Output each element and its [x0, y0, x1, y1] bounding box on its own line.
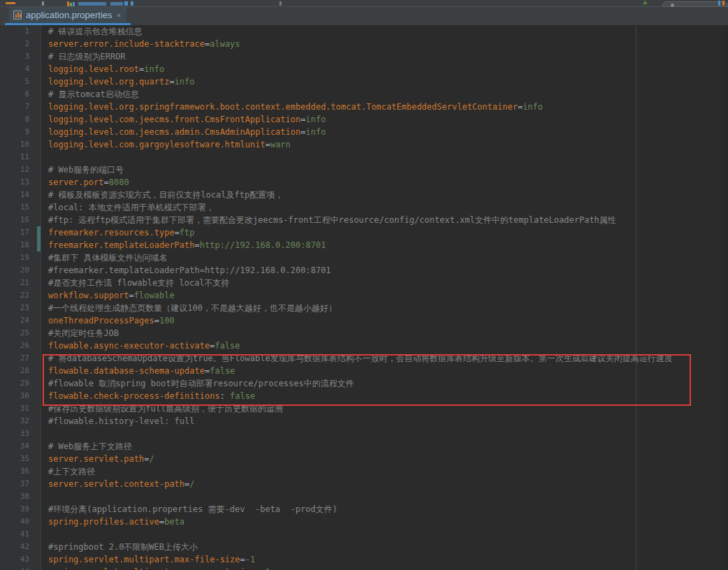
line-number[interactable]: 19: [0, 251, 41, 264]
line-number[interactable]: 26: [0, 339, 41, 352]
code-line[interactable]: 29#flowable 取消spring boot时自动部署resource/p…: [0, 377, 728, 390]
line-number[interactable]: 18: [0, 239, 41, 251]
line-number[interactable]: 31: [0, 402, 41, 415]
line-number[interactable]: 38: [0, 490, 41, 503]
code-line[interactable]: 7logging.level.org.springframework.boot.…: [0, 101, 728, 113]
code-line[interactable]: 16#ftp: 远程ftp模式适用于集群下部署，需要配合更改jeecms-fro…: [0, 214, 728, 226]
code-line[interactable]: 13server.port=8080: [0, 176, 728, 189]
code-line[interactable]: 9logging.level.com.jeecms.admin.CmsAdmin…: [0, 126, 728, 138]
line-number[interactable]: 20: [0, 264, 41, 277]
line-number[interactable]: 33: [0, 428, 41, 440]
line-number[interactable]: 9: [0, 126, 41, 138]
code-text: #ftp: 远程ftp模式适用于集群下部署，需要配合更改jeecms-front…: [41, 214, 616, 226]
line-number[interactable]: 28: [0, 365, 41, 377]
line-number[interactable]: 10: [0, 138, 41, 151]
code-line[interactable]: 34# Web服务上下文路径: [0, 440, 728, 453]
line-number[interactable]: 16: [0, 214, 41, 226]
line-number[interactable]: 7: [0, 101, 41, 113]
code-line[interactable]: 20#freemarker.templateLoaderPath=http://…: [0, 264, 728, 277]
line-number[interactable]: 24: [0, 314, 41, 327]
code-text: server.servlet.path=/: [41, 453, 154, 465]
line-number[interactable]: 15: [0, 201, 41, 214]
line-number[interactable]: 3: [0, 50, 41, 63]
code-line[interactable]: 10logging.level.com.gargoylesoftware.htm…: [0, 138, 728, 151]
code-line[interactable]: 43spring.servlet.multipart.max-file-size…: [0, 553, 728, 566]
code-text: logging.level.root=info: [41, 63, 164, 75]
code-line[interactable]: 23#一个线程处理生成静态页数量（建议100，不是越大越好，也不是越小越好）: [0, 302, 728, 314]
code-line[interactable]: 22workflow.support=flowable: [0, 289, 728, 302]
code-line[interactable]: 38: [0, 490, 728, 503]
line-number[interactable]: 23: [0, 302, 41, 314]
code-line[interactable]: 37server.servlet.context-path=/: [0, 478, 728, 490]
code-line[interactable]: 28flowable.database-schema-update=false: [0, 365, 728, 377]
code-line[interactable]: 2server.error.include-stacktrace=always: [0, 38, 728, 50]
line-number[interactable]: 37: [0, 478, 41, 490]
code-line[interactable]: 30flowable.check-process-definitions: fa…: [0, 390, 728, 402]
code-line[interactable]: 36#上下文路径: [0, 465, 728, 478]
line-number[interactable]: 8: [0, 113, 41, 126]
line-number[interactable]: 2: [0, 38, 41, 50]
code-line[interactable]: 27# 将databaseSchemaUpdate设置为true。当Flowab…: [0, 352, 728, 365]
line-number[interactable]: 36: [0, 465, 41, 478]
code-line[interactable]: 26flowable.async-executor-activate=false: [0, 339, 728, 352]
line-number[interactable]: 6: [0, 88, 41, 101]
line-number[interactable]: 14: [0, 189, 41, 201]
tab-application-properties[interactable]: application.properties ✕: [9, 7, 126, 23]
line-number[interactable]: 43: [0, 553, 41, 566]
code-line[interactable]: 39#环境分离(application.properties 需要-dev -b…: [0, 503, 728, 516]
code-line[interactable]: 25#关闭定时任务JOB: [0, 327, 728, 339]
code-line[interactable]: 24oneThreadProcessPages=100: [0, 314, 728, 327]
line-number[interactable]: 41: [0, 528, 41, 541]
line-number[interactable]: 27: [0, 352, 41, 365]
code-line[interactable]: 12# Web服务的端口号: [0, 163, 728, 176]
line-number[interactable]: 5: [0, 75, 41, 88]
code-line[interactable]: 3# 日志级别为ERROR: [0, 50, 728, 63]
line-number[interactable]: 42: [0, 541, 41, 553]
code-line[interactable]: 8logging.level.com.jeecms.front.CmsFront…: [0, 113, 728, 126]
line-number[interactable]: 11: [0, 151, 41, 163]
line-number[interactable]: 29: [0, 377, 41, 390]
code-line[interactable]: 42#springboot 2.0不限制WEB上传大小: [0, 541, 728, 553]
code-line[interactable]: 17freemarker.resources.type=ftp: [0, 226, 728, 239]
line-number[interactable]: 22: [0, 289, 41, 302]
line-number[interactable]: 44: [0, 566, 41, 570]
project-icon-fragment: [67, 1, 69, 6]
code-line[interactable]: 32#flowable.history-level: full: [0, 415, 728, 428]
line-number[interactable]: 21: [0, 277, 41, 289]
code-line[interactable]: 5logging.level.org.quartz=info: [0, 75, 728, 88]
line-number[interactable]: 32: [0, 415, 41, 428]
code-line[interactable]: 44spring.servlet.multipart.max-request-s…: [0, 566, 728, 570]
code-line[interactable]: 18freemarker.templateLoaderPath=http://1…: [0, 239, 728, 251]
line-number[interactable]: 34: [0, 440, 41, 453]
line-number[interactable]: 17: [0, 226, 41, 239]
code-line[interactable]: 14# 模板及模板资源实现方式，目前仅支持local及ftp配置项，: [0, 189, 728, 201]
line-number[interactable]: 40: [0, 516, 41, 528]
code-line[interactable]: 19#集群下 具体模板文件访问域名: [0, 251, 728, 264]
line-number[interactable]: 30: [0, 390, 41, 402]
code-text: server.port=8080: [41, 176, 129, 189]
add-icon[interactable]: +: [643, 0, 648, 8]
line-number[interactable]: 12: [0, 163, 41, 176]
line-number[interactable]: 35: [0, 453, 41, 465]
close-icon[interactable]: ✕: [117, 11, 122, 19]
line-number[interactable]: 39: [0, 503, 41, 516]
code-line[interactable]: 6# 显示tomcat启动信息: [0, 88, 728, 101]
code-text: #springboot 2.0不限制WEB上传大小: [41, 541, 198, 553]
code-line[interactable]: 21#是否支持工作流 flowable支持 local不支持: [0, 277, 728, 289]
code-line[interactable]: 41: [0, 528, 728, 541]
line-number[interactable]: 13: [0, 176, 41, 189]
code-line[interactable]: 31#保存历史数据级别设置为full最高级别，便于历史数据的追溯: [0, 402, 728, 415]
code-line[interactable]: 33: [0, 428, 728, 440]
code-line[interactable]: 11: [0, 151, 728, 163]
code-line[interactable]: 15#local: 本地文件适用于单机模式下部署，: [0, 201, 728, 214]
code-text: logging.level.org.quartz=info: [41, 75, 195, 88]
line-number[interactable]: 4: [0, 63, 41, 75]
code-line[interactable]: 4logging.level.root=info: [0, 63, 728, 75]
code-editor[interactable]: 1# 错误提示包含堆栈信息2server.error.include-stack…: [0, 25, 728, 570]
line-number[interactable]: 25: [0, 327, 41, 339]
code-text: #local: 本地文件适用于单机模式下部署，: [41, 201, 214, 214]
line-number[interactable]: 1: [0, 25, 41, 38]
code-line[interactable]: 40spring.profiles.active=beta: [0, 516, 728, 528]
code-line[interactable]: 1# 错误提示包含堆栈信息: [0, 25, 728, 38]
code-line[interactable]: 35server.servlet.path=/: [0, 453, 728, 465]
